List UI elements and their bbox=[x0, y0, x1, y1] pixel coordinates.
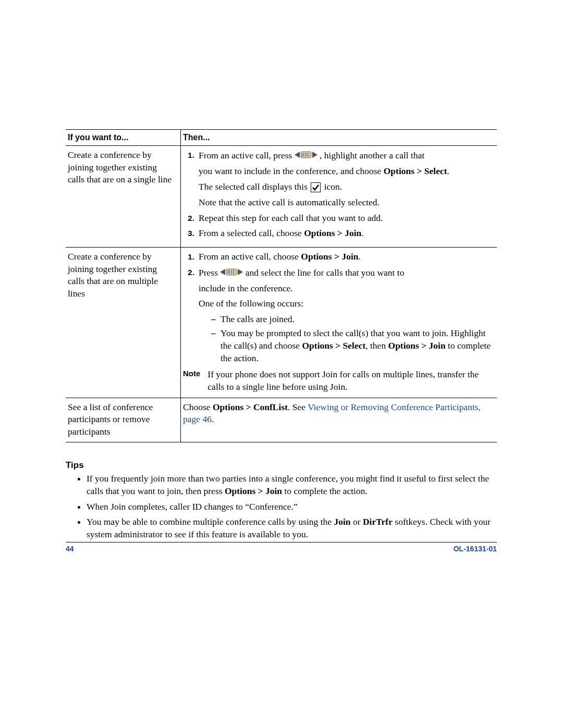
bold-text: DirTrfr bbox=[363, 516, 393, 527]
step-text: . bbox=[212, 414, 214, 424]
navigation-icon bbox=[295, 150, 317, 162]
checkmark-icon bbox=[311, 182, 321, 192]
tip-item: If you frequently join more than two par… bbox=[87, 473, 497, 497]
step-text: . bbox=[358, 251, 360, 262]
step-text: . bbox=[361, 228, 363, 238]
table-header-then: Then... bbox=[181, 130, 497, 146]
step-text: , then bbox=[365, 340, 388, 351]
step-item: Repeat this step for each call that you … bbox=[197, 212, 494, 225]
bold-text: Options > Join bbox=[304, 228, 361, 238]
bold-text: Options > Select bbox=[384, 166, 447, 176]
bold-text: Options > Join bbox=[225, 486, 282, 496]
step-text: Press bbox=[199, 267, 220, 278]
table-row: See a list of conference participants or… bbox=[66, 398, 497, 442]
note-label: Note bbox=[183, 368, 200, 393]
document-page: If you want to... Then... Create a confe… bbox=[66, 129, 497, 544]
step-text: , highlight another a call that bbox=[320, 150, 424, 161]
tips-section: Tips If you frequently join more than tw… bbox=[66, 460, 497, 540]
bold-text: Join bbox=[334, 516, 351, 527]
tip-text: to complete the action. bbox=[282, 486, 368, 496]
step-text: icon. bbox=[324, 182, 342, 192]
navigation-icon bbox=[220, 267, 243, 279]
step-text: include in the conference. bbox=[199, 282, 494, 295]
then-cell: From an active call, choose Options > Jo… bbox=[181, 248, 497, 398]
step-text: Choose bbox=[183, 402, 213, 412]
document-id: OL-16131-01 bbox=[454, 545, 497, 553]
step-item: From a selected call, choose Options > J… bbox=[197, 227, 494, 240]
step-text: One of the following occurs: bbox=[199, 298, 494, 310]
step-text: Note that the active call is automatical… bbox=[199, 196, 494, 209]
step-text: you want to include in the conference, a… bbox=[199, 166, 384, 176]
step-text: From an active call, choose bbox=[199, 251, 301, 262]
instruction-table: If you want to... Then... Create a confe… bbox=[66, 129, 497, 442]
bold-text: Options > Join bbox=[388, 340, 446, 351]
step-item: From an active call, choose Options > Jo… bbox=[197, 251, 494, 263]
list-item: You may be prompted to slect the call(s)… bbox=[211, 327, 494, 364]
step-text: From a selected call, choose bbox=[199, 228, 304, 238]
step-text: The selected call displays this bbox=[199, 182, 310, 192]
bold-text: Options > Join bbox=[301, 251, 358, 262]
step-text: . See bbox=[288, 402, 308, 412]
tip-item: When Join completes, caller ID changes t… bbox=[87, 501, 497, 513]
page-footer: 44 OL-16131-01 bbox=[66, 542, 497, 553]
table-header-want: If you want to... bbox=[66, 130, 181, 146]
step-text: and select the line for calls that you w… bbox=[246, 267, 405, 278]
bold-text: Options > ConfList bbox=[213, 402, 288, 412]
step-text: . bbox=[447, 166, 449, 176]
bold-text: Options > Select bbox=[302, 340, 365, 351]
list-item: The calls are joined. bbox=[211, 313, 494, 326]
step-text: From an active call, press bbox=[199, 150, 295, 161]
then-cell: From an active call, press , highlight a… bbox=[181, 146, 497, 248]
note-block: Note If your phone does not support Join… bbox=[183, 368, 494, 393]
tip-text: You may be able to combine multiple conf… bbox=[87, 516, 334, 527]
want-cell: Create a conference by joining together … bbox=[66, 248, 181, 398]
note-body: If your phone does not support Join for … bbox=[207, 368, 494, 393]
want-cell: Create a conference by joining together … bbox=[66, 146, 181, 248]
step-item: From an active call, press , highlight a… bbox=[197, 149, 494, 209]
table-row: Create a conference by joining together … bbox=[66, 248, 497, 398]
then-cell: Choose Options > ConfList. See Viewing o… bbox=[181, 398, 497, 442]
want-cell: See a list of conference participants or… bbox=[66, 398, 181, 442]
step-item: Press and select the line for calls that… bbox=[197, 266, 494, 365]
tip-text: or bbox=[351, 516, 363, 527]
table-row: Create a conference by joining together … bbox=[66, 146, 497, 248]
tip-item: You may be able to combine multiple conf… bbox=[87, 516, 497, 540]
page-number: 44 bbox=[66, 545, 74, 553]
tips-heading: Tips bbox=[66, 460, 497, 471]
